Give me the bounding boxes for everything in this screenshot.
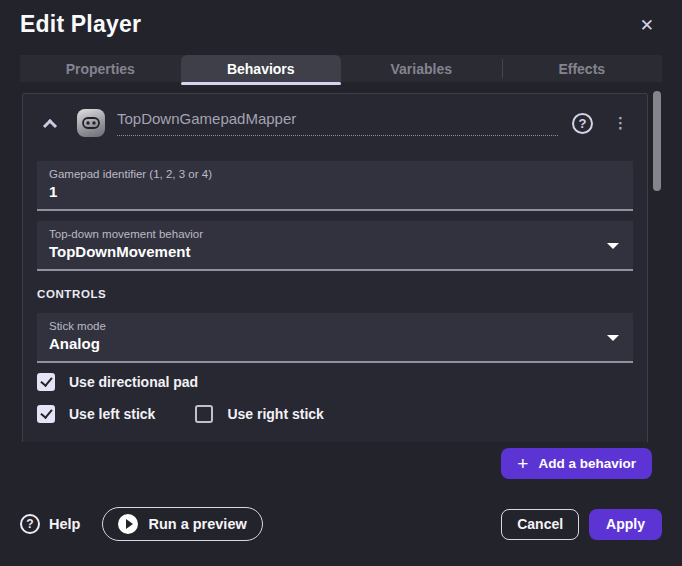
stick-mode-value: Analog [49,335,621,352]
play-icon [118,514,138,534]
gamepad-identifier-label: Gamepad identifier (1, 2, 3 or 4) [49,168,621,180]
gamepad-icon [77,109,105,137]
controls-section-label: CONTROLS [37,288,633,300]
scrollbar-thumb[interactable] [653,91,661,191]
close-icon[interactable]: ✕ [632,13,662,38]
tab-divider [502,59,503,78]
gamepad-identifier-input[interactable]: Gamepad identifier (1, 2, 3 or 4) 1 [37,161,633,211]
add-behavior-label: Add a behavior [538,456,636,471]
use-right-stick-checkbox[interactable] [195,405,213,423]
movement-behavior-label: Top-down movement behavior [49,228,621,240]
use-left-stick-label[interactable]: Use left stick [69,406,155,422]
tab-variables[interactable]: Variables [341,55,502,82]
help-label: Help [49,516,80,532]
dialog-footer: ? Help Run a preview Cancel Apply [20,507,662,541]
movement-behavior-value: TopDownMovement [49,243,621,260]
checkbox-row: Use left stick Use right stick [37,405,633,423]
behavior-card: TopDownGamepadMapper ? ⋮ Gamepad identif… [22,93,648,442]
add-behavior-button[interactable]: + Add a behavior [501,448,652,479]
collapse-chevron-up-icon[interactable] [43,119,57,133]
tab-bar: Properties Behaviors Variables Effects [20,55,662,82]
use-right-stick-label[interactable]: Use right stick [227,406,323,422]
behavior-help-icon[interactable]: ? [572,113,593,134]
behavior-name-field[interactable]: TopDownGamepadMapper [117,110,558,136]
help-button[interactable]: ? Help [20,514,80,534]
scrollbar-track[interactable] [652,90,662,442]
cancel-button[interactable]: Cancel [501,509,579,540]
use-directional-pad-label[interactable]: Use directional pad [69,374,198,390]
apply-button[interactable]: Apply [589,509,662,540]
behavior-card-header: TopDownGamepadMapper ? ⋮ [23,94,647,137]
tab-properties[interactable]: Properties [20,55,181,82]
gamepad-identifier-value: 1 [49,183,621,200]
caret-down-icon [607,335,619,341]
stick-mode-label: Stick mode [49,320,621,332]
behavior-name: TopDownGamepadMapper [117,110,296,127]
dialog-header: Edit Player ✕ [0,0,682,38]
caret-down-icon [607,243,619,249]
run-preview-button[interactable]: Run a preview [102,507,262,541]
more-options-icon[interactable]: ⋮ [608,114,633,132]
stick-mode-select[interactable]: Stick mode Analog [37,313,633,363]
movement-behavior-select[interactable]: Top-down movement behavior TopDownMoveme… [37,221,633,271]
page-title: Edit Player [20,11,141,38]
active-tab-underline [181,82,342,85]
checkbox-row: Use directional pad [37,373,633,391]
behaviors-scroll-area: TopDownGamepadMapper ? ⋮ Gamepad identif… [20,90,662,442]
use-directional-pad-checkbox[interactable] [37,373,55,391]
use-left-stick-checkbox[interactable] [37,405,55,423]
tab-effects[interactable]: Effects [502,55,663,82]
add-behavior-row: + Add a behavior [0,448,652,479]
tab-behaviors[interactable]: Behaviors [181,55,342,82]
plus-icon: + [517,454,528,473]
run-preview-label: Run a preview [148,516,246,532]
help-icon: ? [20,514,40,534]
